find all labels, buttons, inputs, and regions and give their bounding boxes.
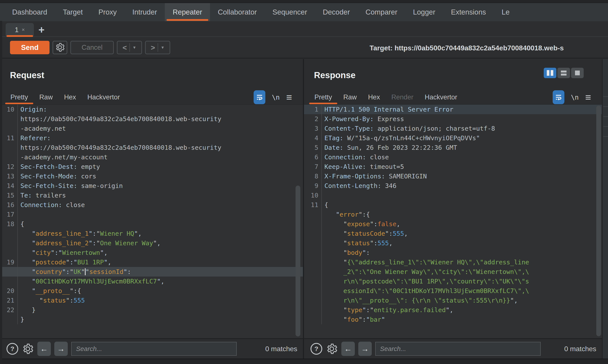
editor-row: essionId\":\"00C1tHDKoY17MVhl3UjEwcm0BRX… (304, 286, 602, 296)
line-number: 20 (0, 286, 18, 296)
request-tab-pretty[interactable]: Pretty (5, 90, 34, 104)
line-number (0, 248, 18, 258)
inspector-collapsed-strip[interactable] (602, 59, 608, 359)
editor-row: 11{ (304, 200, 602, 210)
line-number: 2 (304, 114, 322, 124)
nav-item-dashboard[interactable]: Dashboard (4, 3, 55, 21)
help-icon[interactable]: ? (7, 343, 18, 355)
search-next-button[interactable]: → (54, 342, 68, 356)
previous-request-button[interactable]: < ▼ (117, 41, 142, 54)
response-editor[interactable]: 1HTTP/1.1 500 Internal Server Error2X-Po… (304, 104, 602, 338)
editor-row: -academy.net/my-account (0, 152, 303, 162)
line-number (304, 229, 322, 238)
editor-row: 12Sec-Fetch-Dest: empty (0, 162, 303, 171)
code-line: "type":"entity.parse.failed", (322, 305, 453, 315)
show-newlines-icon[interactable]: \n (272, 93, 280, 101)
send-button[interactable]: Send (10, 41, 50, 54)
line-number (0, 124, 18, 133)
editor-menu-icon[interactable]: ≡ (286, 92, 292, 102)
nav-item-collaborator[interactable]: Collaborator (210, 3, 265, 21)
nav-item-extensions[interactable]: Extensions (443, 3, 494, 21)
search-settings-icon[interactable] (326, 343, 338, 355)
word-wrap-toggle-icon[interactable] (553, 90, 564, 104)
request-panel-header: Request PrettyRawHexHackvertor \n ≡ (0, 59, 303, 104)
line-number (0, 315, 18, 324)
repeater-tab-1[interactable]: 1 × (6, 23, 34, 37)
word-wrap-toggle-icon[interactable] (254, 90, 265, 104)
response-tab-render[interactable]: Render (386, 90, 419, 104)
nav-item-intruder[interactable]: Intruder (125, 3, 165, 21)
close-tab-icon[interactable]: × (22, 27, 25, 33)
layout-rows-button[interactable] (557, 68, 570, 78)
chevron-down-icon[interactable]: ▼ (132, 45, 136, 50)
request-scrollbar[interactable] (295, 186, 300, 337)
code-line: "city":"Wienertown", (18, 248, 108, 258)
nav-item-le[interactable]: Le (494, 3, 517, 21)
line-number (0, 114, 18, 124)
search-next-button[interactable]: → (358, 342, 372, 356)
code-line: -academy.net (18, 124, 66, 133)
code-line: "country":"UK""sessionId": (18, 267, 131, 276)
code-line: "address_line_1":"Wiener HQ", (18, 229, 142, 238)
request-search-bar: ? ← → 0 matches (0, 338, 303, 359)
request-tab-hex[interactable]: Hex (58, 90, 82, 104)
search-previous-button[interactable]: ← (37, 342, 51, 356)
response-match-count: 0 matches (564, 345, 596, 353)
nav-item-decoder[interactable]: Decoder (315, 3, 358, 21)
editor-row: 18{ (0, 219, 303, 229)
layout-single-button[interactable] (571, 68, 584, 78)
response-tab-hackvertor[interactable]: Hackvertor (419, 90, 463, 104)
line-number (304, 296, 322, 305)
nav-item-repeater[interactable]: Repeater (165, 3, 210, 21)
response-search-input[interactable] (375, 342, 541, 356)
editor-row: "city":"Wienertown", (0, 248, 303, 258)
editor-row: "statusCode":555, (304, 229, 602, 238)
nav-item-target[interactable]: Target (55, 3, 91, 21)
nav-item-proxy[interactable]: Proxy (91, 3, 124, 21)
editor-row: 10Origin: (0, 105, 303, 114)
editor-menu-icon[interactable]: ≡ (585, 92, 591, 102)
editor-row: 10 (304, 191, 602, 200)
nav-item-sequencer[interactable]: Sequencer (265, 3, 315, 21)
response-tab-pretty[interactable]: Pretty (309, 90, 338, 104)
response-tab-raw[interactable]: Raw (338, 90, 362, 104)
editor-row: 2X-Powered-By: Express (304, 114, 602, 124)
response-scrollbar[interactable] (596, 106, 601, 336)
line-number: 4 (304, 133, 322, 143)
request-view-tabs: PrettyRawHexHackvertor \n ≡ (0, 90, 303, 104)
help-icon[interactable]: ? (311, 343, 322, 355)
search-settings-icon[interactable] (22, 343, 34, 355)
cancel-button[interactable]: Cancel (70, 41, 114, 54)
line-number (304, 248, 322, 258)
nav-item-comparer[interactable]: Comparer (358, 3, 405, 21)
editor-row: 7Keep-Alive: timeout=5 (304, 162, 602, 171)
line-number (304, 238, 322, 248)
nav-item-logger[interactable]: Logger (405, 3, 443, 21)
request-tab-raw[interactable]: Raw (34, 90, 58, 104)
code-line: "postcode":"BU1 1RP", (18, 258, 111, 267)
response-tab-hex[interactable]: Hex (362, 90, 386, 104)
request-editor[interactable]: 10Origin:https://0ab500c70449a832c2a54eb… (0, 104, 303, 338)
code-line: "error":{ (322, 210, 370, 219)
code-line: r\n\"postcode\":\"BU1 1RP\",\"country\":… (322, 276, 529, 286)
send-settings-button[interactable] (53, 41, 67, 54)
line-number: 12 (0, 162, 18, 171)
toolbar: Send Cancel < ▼ > ▼ Target: https://0ab5… (0, 37, 608, 59)
code-line: https://0ab500c70449a832c2a54eb700840018… (18, 114, 221, 124)
next-request-button[interactable]: > ▼ (145, 41, 170, 54)
show-newlines-icon[interactable]: \n (571, 93, 579, 101)
chevron-down-icon[interactable]: ▼ (161, 45, 165, 50)
request-panel: Request PrettyRawHexHackvertor \n ≡ 10Or… (0, 59, 303, 359)
arrow-right-icon: → (57, 344, 65, 353)
request-search-input[interactable] (71, 342, 237, 356)
layout-columns-button[interactable] (544, 68, 556, 78)
add-tab-button[interactable]: + (34, 23, 49, 37)
editor-row: "address_line_2":"One Wiener Way", (0, 238, 303, 248)
code-line (322, 191, 324, 200)
code-line: Connection: close (322, 152, 389, 162)
search-previous-button[interactable]: ← (341, 342, 355, 356)
code-line: "foo":"bar" (322, 315, 385, 324)
editor-row: } (0, 315, 303, 324)
line-number (0, 229, 18, 238)
request-tab-hackvertor[interactable]: Hackvertor (82, 90, 126, 104)
